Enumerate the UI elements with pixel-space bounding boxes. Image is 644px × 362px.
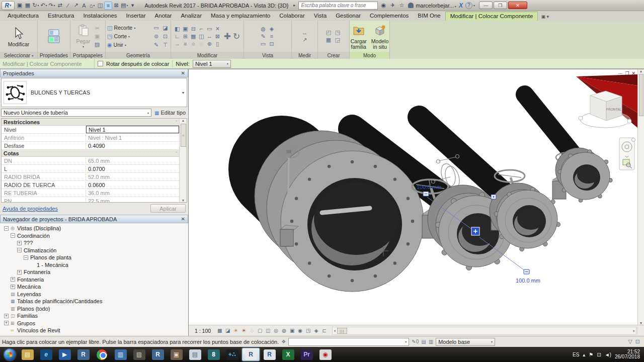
filter-icon[interactable]: ▽ <box>628 338 632 345</box>
restore-button[interactable]: ❐ <box>494 2 507 9</box>
rotate-after-place-checkbox[interactable] <box>98 61 103 66</box>
project-browser-header[interactable]: Navegador de proyectos - BRIDA APROBADA✕ <box>0 215 188 223</box>
tree-item-grupos[interactable]: +⊞Grupos <box>0 320 188 327</box>
property-value[interactable]: Nivel : Nivel 1 <box>86 134 179 141</box>
open-icon[interactable]: ▣ <box>16 2 24 10</box>
expand-icon[interactable]: + <box>11 277 15 282</box>
scrollbar-thumb[interactable]: ≡ <box>181 124 186 147</box>
panel-label-medir[interactable]: Medir <box>292 52 317 59</box>
property-value[interactable]: 22.5 mm <box>86 197 179 202</box>
revit-app-menu-button[interactable]: R▾ <box>2 1 15 10</box>
language-indicator[interactable]: ES <box>573 352 579 357</box>
tab-estructura[interactable]: Estructura <box>43 12 78 21</box>
tree-item--[interactable]: +??? <box>0 239 188 247</box>
vertical-scrollbar[interactable]: ▲ ▼ <box>637 69 644 325</box>
view-restore-icon[interactable]: ❐ <box>625 71 629 76</box>
isolate-icon[interactable]: ⊡ <box>268 40 276 47</box>
constraints-icon[interactable]: ⊏ <box>320 328 328 333</box>
valve-assembly-3[interactable] <box>552 148 612 202</box>
unir-button[interactable]: Unir <box>114 42 123 48</box>
move-h-icon[interactable]: ↔ <box>206 33 213 40</box>
linework-icon[interactable]: ✎ <box>260 33 267 40</box>
corte-button[interactable]: Corte <box>114 33 127 39</box>
expand-icon[interactable]: + <box>4 314 9 318</box>
hidden-icons-arrow[interactable]: ▴ <box>583 352 585 357</box>
extend-icon[interactable]: → <box>174 40 181 47</box>
worksharing-icon[interactable]: ▣ <box>288 328 296 333</box>
properties-help-link[interactable]: Ayuda de propiedades <box>3 206 58 212</box>
property-group-header[interactable]: Restriccionesˆ <box>2 119 179 126</box>
plus-icon[interactable]: ⊕ <box>206 40 213 47</box>
tab-bim-one[interactable]: BIM One <box>413 12 445 21</box>
transfer-icon[interactable]: ⇄ <box>56 2 64 10</box>
tree-item-1-mec-nica[interactable]: 1 - Mecánica <box>0 261 188 269</box>
array-icon[interactable]: ⊞ <box>182 33 189 40</box>
expand-icon[interactable]: + <box>4 321 9 325</box>
measure-diagonal-icon[interactable]: ↗ <box>301 37 308 44</box>
taskbar-media-player[interactable]: ▶ <box>56 348 73 361</box>
panel-display-toggle[interactable]: ▣ ▾ <box>538 13 552 21</box>
text-icon[interactable]: A <box>80 2 88 10</box>
property-value[interactable]: 0.4090 <box>86 142 179 149</box>
tree-item-climatizaci-n[interactable]: −Climatización <box>0 247 188 254</box>
properties-palette-header[interactable]: Propiedades✕ <box>0 69 188 77</box>
taskbar-explorer[interactable]: ▤ <box>19 348 36 361</box>
taskbar-chrome[interactable] <box>93 348 111 361</box>
property-value[interactable]: 0.0700 <box>86 165 179 172</box>
taskbar-internet-explorer[interactable]: e <box>37 348 55 361</box>
rendering-icon[interactable]: ◌ <box>248 328 256 333</box>
select-toggle-icon[interactable]: ⊡ <box>635 338 640 345</box>
wall-joins-icon[interactable]: ▭ <box>152 24 160 31</box>
panel-label-propiedades[interactable]: Propiedades <box>38 52 70 59</box>
group-create-icon[interactable]: ▦ <box>325 37 333 44</box>
horizontal-scrollbar[interactable]: ◂ ||| ▸ <box>332 327 636 335</box>
close-button[interactable]: ✕ <box>508 2 527 9</box>
panel-label-portapapeles[interactable]: Portapapeles <box>70 52 105 59</box>
tab-colaborar[interactable]: Colaborar <box>275 12 309 21</box>
pin-icon[interactable]: ◫ <box>198 33 205 40</box>
analytical-icon[interactable]: ◈ <box>312 328 320 333</box>
scroll-left-icon[interactable]: ◂ <box>333 329 337 333</box>
property-value[interactable]: 52.0 mm <box>86 173 179 180</box>
shadows-icon[interactable]: ☀ <box>240 328 248 333</box>
tree-item-planos-de-planta[interactable]: −Planos de planta <box>0 254 188 261</box>
crop-view-icon[interactable]: ▢ <box>256 328 264 333</box>
match-type-icon[interactable]: ▨ <box>94 41 101 48</box>
collapse-icon[interactable]: − <box>24 255 28 260</box>
dimension-icon[interactable]: ↗ <box>72 2 80 10</box>
tab-modificar-colocar-componente[interactable]: Modificar | Colocar Componente <box>445 12 538 21</box>
move-icon[interactable]: ✚ <box>223 31 232 42</box>
view-minimize-icon[interactable]: — <box>618 71 622 76</box>
scroll-down-icon[interactable]: ▼ <box>639 321 643 325</box>
redo-icon[interactable]: ↷▾ <box>48 2 56 10</box>
sun-path-icon[interactable]: ☀ <box>232 328 239 333</box>
properties-scrollbar[interactable]: ▲ ≡ ▼ <box>179 119 187 202</box>
recorte-button[interactable]: Recorte <box>114 25 132 31</box>
locked-3d-icon[interactable]: ◉ <box>296 328 304 333</box>
exchange-apps-icon[interactable]: X <box>459 2 463 9</box>
level-select[interactable]: Nivel 1▾ <box>193 60 231 68</box>
taskbar-revit-file[interactable]: R <box>74 348 92 361</box>
reveal-hidden-icon[interactable]: ◍ <box>280 328 288 333</box>
panel-label-modo[interactable]: Modo <box>350 52 389 59</box>
switch-windows-icon[interactable]: ▤▾ <box>120 2 128 10</box>
taskbar-notepad[interactable]: ▤ <box>186 348 204 361</box>
load-family-button[interactable]: Cargar familia <box>349 23 368 50</box>
bar-icon[interactable]: ▯ <box>214 40 221 47</box>
crop-region-icon[interactable]: ◫ <box>264 328 272 333</box>
tree-item-fontaner-a[interactable]: +Fontanería <box>0 276 188 284</box>
tree-item-familias[interactable]: +◫Familias <box>0 312 188 320</box>
mirror-icon[interactable]: ⊟ <box>190 25 197 32</box>
properties-button[interactable] <box>46 28 62 44</box>
start-button[interactable] <box>2 348 18 361</box>
tree-item-planos-todo-[interactable]: ▥Planos (todo) <box>0 305 188 313</box>
panel-label-vista[interactable]: Vista <box>244 52 291 59</box>
worksets-icon[interactable]: ❖ <box>281 339 286 344</box>
taskbar-clock[interactable]: 21:52 26/07/2018 <box>615 349 640 359</box>
panel-label-seleccionar[interactable]: Seleccionar▾ <box>0 52 37 59</box>
view-scale[interactable]: 1 : 100 <box>189 328 216 334</box>
taskbar-revit-file-2[interactable]: R <box>149 348 167 361</box>
schedule-icon[interactable]: ◳ <box>334 29 342 36</box>
temporary-properties-icon[interactable]: ◳ <box>304 328 312 333</box>
3d-scene[interactable]: 100.0 mm 100.0 mm <box>189 69 637 325</box>
